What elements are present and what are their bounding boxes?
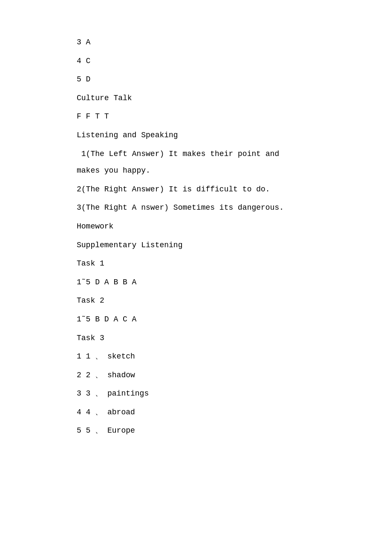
line-task2-label: Task 2 bbox=[77, 292, 366, 309]
main-content: 3 A 4 C 5 D Culture Talk F F T T Listeni… bbox=[77, 34, 366, 439]
line-task3-4: 4 4 、 abroad bbox=[77, 404, 366, 421]
line-task2-answers: 1˜5 B D A C A bbox=[77, 311, 366, 328]
line-1-left: 1(The Left Answer) It makes their point … bbox=[77, 146, 366, 179]
line-2-right: 2(The Right Answer) It is difficult to d… bbox=[77, 181, 366, 198]
line-task3-5: 5 5 、 Europe bbox=[77, 422, 366, 439]
line-5d: 5 D bbox=[77, 71, 366, 88]
line-listening-speaking: Listening and Speaking bbox=[77, 127, 366, 144]
line-1-left-container: 1(The Left Answer) It makes their point … bbox=[77, 146, 366, 179]
line-task1-label: Task 1 bbox=[77, 255, 366, 272]
line-4c: 4 C bbox=[77, 53, 366, 70]
line-homework: Homework bbox=[77, 218, 366, 235]
line-fftt: F F T T bbox=[77, 108, 366, 125]
line-task3-label: Task 3 bbox=[77, 330, 366, 347]
line-task3-1: 1 1 、 sketch bbox=[77, 348, 366, 365]
line-task1-answers: 1˜5 D A B B A bbox=[77, 274, 366, 291]
line-culture-talk: Culture Talk bbox=[77, 90, 366, 107]
line-supplementary: Supplementary Listening bbox=[77, 237, 366, 254]
line-3a: 3 A bbox=[77, 34, 366, 51]
line-3-right: 3(The Right A nswer) Sometimes its dange… bbox=[77, 199, 366, 217]
line-task3-3: 3 3 、 paintings bbox=[77, 385, 366, 402]
line-task3-2: 2 2 、 shadow bbox=[77, 367, 366, 384]
